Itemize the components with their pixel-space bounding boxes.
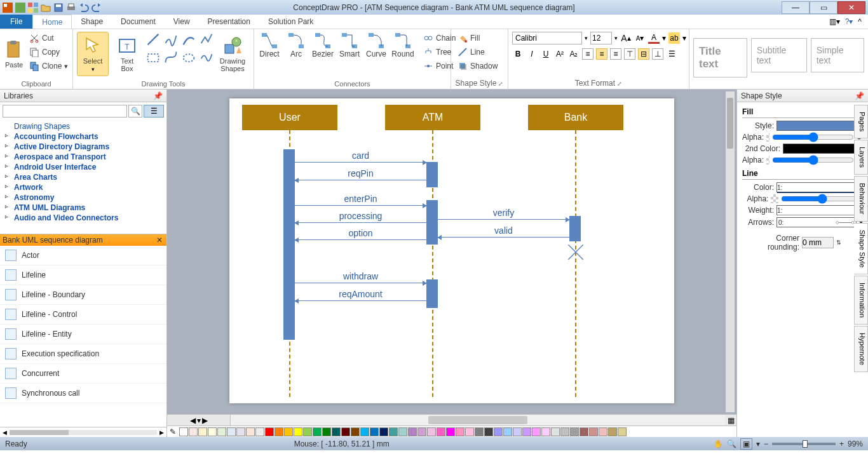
title-text-placeholder[interactable]: Title text: [693, 38, 747, 77]
close-button[interactable]: ✕: [837, 1, 865, 14]
color-swatch[interactable]: [227, 427, 236, 436]
arrows-swatch[interactable]: 0:○───○: [776, 217, 857, 227]
shape-lifeline-entity[interactable]: Lifeline - Entity: [0, 325, 166, 344]
align-center-icon[interactable]: ≡: [596, 48, 607, 60]
align-middle-icon[interactable]: ⊟: [638, 48, 649, 60]
lib-drawing-shapes[interactable]: Drawing Shapes: [0, 121, 166, 131]
shape-lifeline-boundary[interactable]: Lifeline - Boundary: [0, 285, 166, 305]
activation-user[interactable]: [283, 149, 295, 340]
tab-behaviour[interactable]: Behaviour: [854, 176, 868, 222]
fill-style-swatch[interactable]: [776, 121, 857, 131]
lib-accounting[interactable]: Accounting Flowcharts: [0, 131, 166, 142]
clone-button[interactable]: Clone ▾: [27, 60, 71, 72]
tool-arc[interactable]: [181, 32, 196, 47]
library-tree[interactable]: Drawing Shapes Accounting Flowcharts Act…: [0, 120, 166, 234]
zoom-out-icon[interactable]: −: [764, 440, 768, 448]
color-swatch[interactable]: [417, 427, 426, 436]
corner-stepper[interactable]: ⇅: [836, 239, 841, 246]
lib-aerospace[interactable]: Aerospace and Transport: [0, 152, 166, 162]
color-swatch[interactable]: [465, 427, 474, 436]
view-mode-toggle[interactable]: ☰: [144, 105, 164, 117]
arrow-enterpin[interactable]: [295, 205, 426, 206]
activation-atm-2[interactable]: [426, 200, 438, 245]
qa-icon-2[interactable]: [28, 3, 38, 13]
color-swatch[interactable]: [275, 427, 283, 436]
color-swatch[interactable]: [294, 427, 302, 436]
line-alpha-slider[interactable]: [781, 196, 863, 202]
help-icon[interactable]: ?▾: [845, 17, 853, 26]
line-color-swatch[interactable]: 1:: [776, 182, 857, 192]
color-swatch[interactable]: [446, 427, 455, 436]
tab-hypernote[interactable]: Hypernote: [854, 326, 868, 372]
activation-atm-1[interactable]: [426, 162, 438, 187]
connector-round[interactable]: Round: [391, 32, 414, 58]
shape-concurrent[interactable]: Concurrent: [0, 364, 166, 384]
color-swatch[interactable]: [255, 427, 264, 436]
shape-lifeline-control[interactable]: Lifeline - Control: [0, 305, 166, 325]
canvas-viewport[interactable]: User ATM Bank card reqPin: [167, 90, 736, 414]
shrink-font-icon[interactable]: A▾: [634, 32, 646, 44]
vertical-scrollbar[interactable]: [726, 91, 735, 412]
color-swatch[interactable]: [379, 427, 388, 436]
tool-bezier[interactable]: [163, 50, 179, 65]
split-icon[interactable]: ▦: [725, 415, 736, 426]
lib-area-charts[interactable]: Area Charts: [0, 172, 166, 182]
connector-curve[interactable]: Curve: [365, 32, 388, 58]
second-color-swatch[interactable]: [783, 144, 857, 154]
tab-pages[interactable]: Pages: [854, 105, 868, 138]
color-swatch[interactable]: [494, 427, 503, 436]
pan-tool-icon[interactable]: ✋: [714, 440, 723, 448]
qa-print-icon[interactable]: [66, 3, 76, 13]
lib-android[interactable]: Android User Interface: [0, 162, 166, 172]
arrow-reqpin[interactable]: [295, 180, 426, 180]
bold-icon[interactable]: B: [512, 48, 524, 60]
color-swatch[interactable]: [246, 427, 255, 436]
shape-execution-spec[interactable]: Execution specification: [0, 344, 166, 364]
color-swatch[interactable]: [189, 427, 198, 436]
color-swatch[interactable]: [580, 427, 588, 436]
zoom-in-icon[interactable]: +: [839, 440, 844, 448]
connector-smart[interactable]: Smart: [338, 32, 361, 58]
color-swatch[interactable]: [198, 427, 207, 436]
tab-shape-style-side[interactable]: Shape Style: [854, 223, 868, 274]
font-color-icon[interactable]: A: [648, 32, 660, 44]
color-swatch[interactable]: [608, 427, 617, 436]
page-tab-controls[interactable]: ◀▾▶: [167, 415, 231, 426]
library-search-input[interactable]: [3, 105, 127, 117]
tab-view[interactable]: View: [165, 15, 199, 29]
color-swatch[interactable]: [322, 427, 331, 436]
highlight-icon[interactable]: ab: [668, 32, 680, 44]
color-swatch[interactable]: [599, 427, 607, 436]
color-swatch[interactable]: [208, 427, 217, 436]
color-swatch[interactable]: [551, 427, 560, 436]
tool-polyline[interactable]: [199, 32, 214, 47]
lib-artwork[interactable]: Artwork: [0, 182, 166, 192]
subscript-icon[interactable]: A₂: [568, 48, 580, 60]
color-swatch[interactable]: [284, 427, 293, 436]
actor-atm[interactable]: ATM: [385, 105, 480, 130]
color-swatch[interactable]: [560, 427, 569, 436]
color-swatch[interactable]: [437, 427, 445, 436]
zoom-level[interactable]: 99%: [848, 440, 863, 448]
lib-astronomy[interactable]: Astronomy: [0, 192, 166, 203]
tool-rect[interactable]: [146, 50, 161, 65]
tool-spline[interactable]: [199, 50, 214, 65]
line-button[interactable]: Line: [455, 46, 500, 58]
pin-right-icon[interactable]: 📌: [855, 91, 864, 100]
textbox-tool[interactable]: T Text Box: [111, 32, 143, 76]
color-swatch[interactable]: [570, 427, 579, 436]
collapse-ribbon-icon[interactable]: ^: [858, 17, 862, 26]
color-swatch[interactable]: [265, 427, 274, 436]
tab-shape[interactable]: Shape: [72, 15, 112, 29]
arrow-valid[interactable]: [438, 237, 569, 238]
zoom-slider[interactable]: [772, 443, 836, 445]
color-swatch[interactable]: [532, 427, 541, 436]
fill-alpha-slider[interactable]: [772, 134, 854, 140]
color-swatch[interactable]: [351, 427, 360, 436]
minimize-button[interactable]: —: [782, 1, 810, 14]
pin-icon[interactable]: 📌: [153, 91, 163, 100]
actor-bank[interactable]: Bank: [528, 105, 623, 130]
tab-home[interactable]: Home: [32, 15, 72, 29]
fit-page-icon[interactable]: ▣: [740, 438, 752, 450]
horizontal-scrollbar[interactable]: [231, 415, 725, 426]
